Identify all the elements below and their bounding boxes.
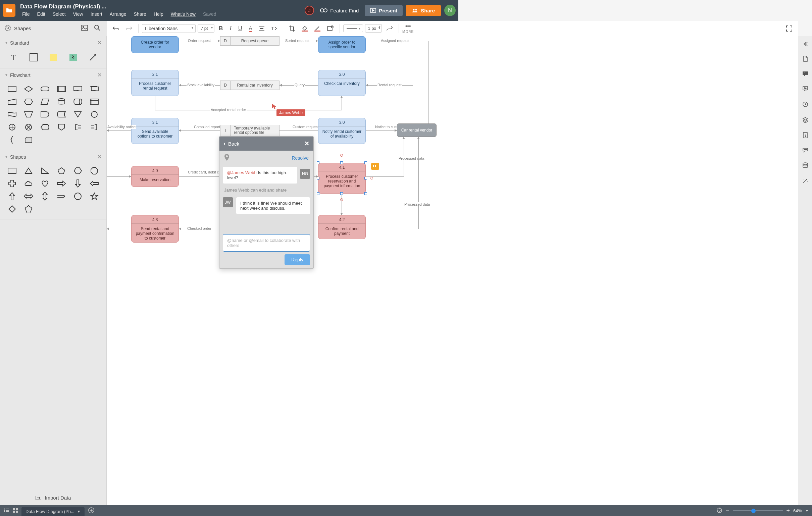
diagram-canvas[interactable]: Create order for vendor Order request D …: [107, 36, 458, 291]
fc-manual-op[interactable]: [21, 109, 35, 120]
image-icon[interactable]: [80, 24, 89, 33]
node-4-1[interactable]: 4.1 Process customer reservation and pay…: [318, 163, 366, 194]
datastore-inventory[interactable]: D Rental car inventory: [220, 81, 280, 90]
fc-summing[interactable]: [21, 122, 35, 133]
fc-data[interactable]: [37, 96, 52, 107]
node-4-0[interactable]: 4.0 Make reservation: [131, 166, 179, 187]
text-shape[interactable]: T: [5, 51, 23, 63]
user-avatar-n[interactable]: N: [444, 5, 456, 16]
menu-edit[interactable]: Edit: [34, 11, 49, 18]
sh-hexagon[interactable]: [71, 165, 85, 176]
align-button[interactable]: [257, 25, 267, 32]
text-color-button[interactable]: A: [246, 24, 255, 33]
fc-manual-input[interactable]: [5, 96, 19, 107]
fc-card[interactable]: [21, 135, 35, 145]
pin-icon[interactable]: [224, 154, 230, 162]
node-4-2[interactable]: 4.2 Confirm rental and payment: [318, 215, 366, 239]
hotspot-shape[interactable]: [64, 51, 82, 63]
node-2-0[interactable]: 2.0 Check car inventory: [318, 70, 366, 96]
sh-pentagon[interactable]: [54, 165, 69, 176]
sh-heart[interactable]: [37, 178, 52, 189]
node-4-3[interactable]: 4.3 Send rental and payment confirmation…: [131, 215, 179, 242]
node-3-1[interactable]: 3.1 Send available options to customer: [131, 118, 179, 144]
close-icon[interactable]: ✕: [97, 72, 102, 78]
rotation-handle[interactable]: [340, 154, 343, 157]
search-icon[interactable]: [93, 23, 102, 34]
sh-cloud[interactable]: [21, 178, 35, 189]
fc-or[interactable]: [5, 122, 19, 133]
gear-icon[interactable]: [5, 25, 11, 32]
fc-database[interactable]: [54, 96, 69, 107]
reply-button[interactable]: Reply: [285, 254, 310, 265]
fill-button[interactable]: [299, 24, 310, 33]
fc-delay[interactable]: [37, 109, 52, 120]
fc-direct-data[interactable]: [71, 96, 85, 107]
block-shape[interactable]: [25, 51, 42, 63]
italic-button[interactable]: I: [227, 24, 234, 33]
feature-find-button[interactable]: Feature Find: [317, 8, 361, 13]
edit-share-link[interactable]: edit and share: [259, 188, 287, 193]
line-shape[interactable]: [84, 51, 102, 63]
shape-options-button[interactable]: [325, 24, 336, 33]
menu-file[interactable]: File: [19, 11, 33, 18]
sh-arrow-right[interactable]: [54, 178, 69, 189]
fc-terminator[interactable]: [37, 84, 52, 94]
section-shapes-head[interactable]: ▼ Shapes ✕: [0, 150, 106, 163]
section-standard-head[interactable]: ▼ Standard ✕: [0, 36, 106, 49]
sh-circle[interactable]: [71, 191, 85, 202]
fc-note-right[interactable]: [71, 122, 85, 133]
fc-process[interactable]: [5, 84, 19, 94]
datastore-temp-file[interactable]: T Temporary available rental options fil…: [220, 125, 280, 136]
document-title[interactable]: Data Flow Diagram (Physical) ...: [19, 3, 301, 10]
share-button[interactable]: Share: [406, 5, 441, 16]
back-icon[interactable]: ‹: [224, 140, 226, 147]
sh-polygon[interactable]: [21, 204, 35, 214]
fc-decision[interactable]: [21, 84, 35, 94]
collaborator-avatar-j[interactable]: J: [304, 6, 314, 15]
menu-share[interactable]: Share: [130, 11, 150, 18]
node-3-0[interactable]: 3.0 Notify rental customer of availabili…: [318, 118, 366, 144]
menu-help[interactable]: Help: [150, 11, 167, 18]
sh-arrow-left[interactable]: [87, 178, 102, 189]
node-create-order[interactable]: Create order for vendor: [131, 36, 179, 53]
line-style-select[interactable]: ▾: [343, 25, 363, 32]
sh-cross[interactable]: [5, 178, 19, 189]
crop-button[interactable]: [287, 24, 297, 33]
rotation-handle[interactable]: [371, 177, 373, 179]
sh-rounded-arrow[interactable]: [54, 191, 69, 202]
more-button[interactable]: •••: [405, 23, 411, 29]
sh-arrow-lr[interactable]: [21, 191, 35, 202]
sh-star[interactable]: [87, 191, 102, 202]
fc-merge[interactable]: [71, 109, 85, 120]
section-flowchart-head[interactable]: ▼ Flowchart ✕: [0, 68, 106, 82]
sh-right-triangle[interactable]: [37, 165, 52, 176]
fc-multidoc[interactable]: [87, 84, 102, 94]
fc-note-left[interactable]: [87, 122, 102, 133]
sh-arrow-up[interactable]: [5, 191, 19, 202]
menu-view[interactable]: View: [70, 11, 87, 18]
node-vendor[interactable]: Car rental vendor: [397, 123, 437, 137]
fc-preparation[interactable]: [21, 96, 35, 107]
fc-predefined[interactable]: [54, 84, 69, 94]
menu-select[interactable]: Select: [49, 11, 69, 18]
resize-handle[interactable]: [317, 192, 319, 195]
undo-button[interactable]: [110, 24, 121, 33]
font-select[interactable]: Liberation Sans: [142, 24, 196, 33]
line-width-select[interactable]: 1 px▴▾: [365, 24, 382, 32]
fc-brace[interactable]: [5, 135, 19, 145]
close-icon[interactable]: ✕: [97, 39, 102, 46]
present-button[interactable]: Present: [365, 5, 403, 16]
resolve-button[interactable]: Resolve: [292, 155, 309, 161]
fc-internal-storage[interactable]: [87, 96, 102, 107]
note-shape[interactable]: [44, 51, 62, 63]
node-assign-order[interactable]: Assign order to specific vendor: [318, 36, 366, 53]
sh-octagon[interactable]: [87, 165, 102, 176]
menu-insert[interactable]: Insert: [87, 11, 106, 18]
fc-document[interactable]: [71, 84, 85, 94]
resize-handle[interactable]: [317, 161, 319, 164]
menu-whats-new[interactable]: What's New: [168, 11, 199, 18]
bold-button[interactable]: B: [216, 24, 225, 33]
resize-handle[interactable]: [317, 177, 319, 179]
sh-rect[interactable]: [5, 165, 19, 176]
line-options-button[interactable]: [384, 24, 395, 33]
